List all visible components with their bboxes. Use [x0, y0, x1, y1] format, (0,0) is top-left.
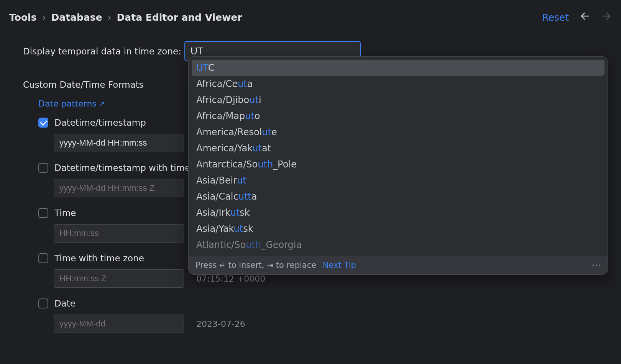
header-actions: Reset: [542, 11, 612, 24]
format-label: Datetime/timestamp: [54, 118, 146, 128]
format-checkbox[interactable]: [38, 118, 48, 128]
date-patterns-link-label: Date patterns: [38, 99, 97, 108]
dropdown-footer: Press ↵ to insert, ⇥ to replace Next Tip…: [189, 256, 608, 274]
breadcrumb-item-database[interactable]: Database: [51, 12, 102, 23]
breadcrumb-item-tools[interactable]: Tools: [9, 12, 37, 23]
dropdown-option[interactable]: Africa/Maputo: [192, 108, 605, 124]
dropdown-option[interactable]: UTC: [192, 60, 605, 76]
dropdown-option[interactable]: Atlantic/South_Georgia: [192, 237, 605, 253]
breadcrumb-item-data-editor[interactable]: Data Editor and Viewer: [117, 12, 242, 23]
format-example: 2023-07-26: [196, 319, 245, 329]
format-input[interactable]: [54, 315, 184, 333]
format-label: Datetime/timestamp with time: [54, 163, 190, 173]
more-vertical-icon[interactable]: ⋮: [592, 261, 601, 269]
external-link-icon: ↗: [99, 100, 105, 108]
breadcrumb: Tools › Database › Data Editor and Viewe…: [9, 12, 242, 23]
timezone-label: Display temporal data in time zone:: [23, 46, 181, 56]
breadcrumb-separator: ›: [108, 12, 112, 23]
dropdown-option[interactable]: America/Resolute: [192, 124, 605, 140]
dropdown-option[interactable]: Antarctica/South_Pole: [192, 156, 605, 172]
dropdown-option[interactable]: Asia/Yakutsk: [192, 221, 605, 237]
breadcrumb-separator: ›: [42, 12, 46, 23]
format-checkbox-row: Date: [38, 298, 604, 308]
format-checkbox[interactable]: [38, 208, 48, 218]
format-group: Date2023-07-26: [38, 298, 604, 333]
format-label: Time: [54, 208, 76, 218]
tab-key-icon: ⇥: [267, 261, 273, 270]
dropdown-option[interactable]: America/Yakutat: [192, 140, 605, 156]
timezone-dropdown: UTCAfrica/CeutaAfrica/DjiboutiAfrica/Map…: [188, 56, 608, 275]
format-input[interactable]: [54, 179, 184, 197]
reset-button[interactable]: Reset: [542, 12, 569, 23]
format-input[interactable]: [54, 224, 184, 243]
forward-arrow-icon: [601, 11, 612, 24]
dropdown-option[interactable]: Asia/Irkutsk: [192, 205, 605, 221]
format-input[interactable]: [54, 269, 184, 288]
dropdown-list: UTCAfrica/CeutaAfrica/DjiboutiAfrica/Map…: [189, 57, 608, 256]
date-patterns-link[interactable]: Date patterns ↗: [38, 99, 105, 108]
header-bar: Tools › Database › Data Editor and Viewe…: [0, 0, 621, 33]
format-checkbox[interactable]: [38, 253, 48, 263]
dropdown-option[interactable]: Africa/Djibouti: [192, 92, 605, 108]
dropdown-option[interactable]: Asia/Beirut: [192, 172, 605, 189]
format-example: 07:15:12 +0000: [196, 274, 265, 284]
format-label: Time with time zone: [54, 253, 144, 263]
format-input[interactable]: [54, 134, 184, 152]
dropdown-hint: Press ↵ to insert, ⇥ to replace Next Tip: [196, 261, 356, 270]
back-arrow-icon[interactable]: [580, 11, 590, 24]
format-label: Date: [54, 298, 76, 308]
format-input-row: 2023-07-26: [54, 315, 604, 333]
enter-key-icon: ↵: [219, 261, 226, 270]
dropdown-option[interactable]: Africa/Ceuta: [192, 76, 605, 92]
format-checkbox[interactable]: [38, 163, 48, 173]
next-tip-link[interactable]: Next Tip: [323, 261, 356, 270]
dropdown-option[interactable]: Asia/Calcutta: [192, 189, 605, 205]
format-checkbox[interactable]: [38, 298, 48, 308]
